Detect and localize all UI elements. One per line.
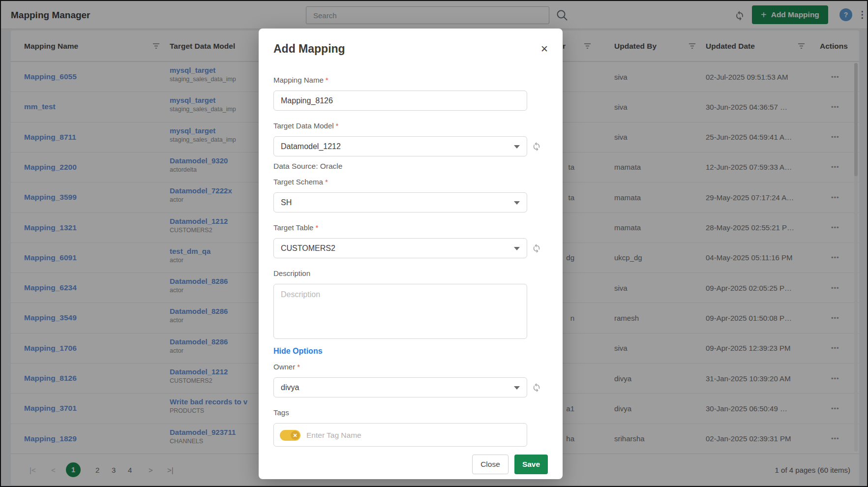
description-label: Description [273,269,310,277]
tags-placeholder: Enter Tag Name [306,424,361,447]
add-mapping-dialog: Add Mapping ✕ Mapping Name* Target Data … [259,29,563,479]
dialog-title: Add Mapping [273,42,345,56]
close-icon[interactable]: ✕ [538,42,551,55]
target-table-label: Target Table* [273,223,318,232]
target-table-select[interactable]: CUSTOMERS2 [273,238,527,258]
tag-toggle[interactable]: ✕ [280,430,300,441]
save-button[interactable]: Save [514,455,548,474]
owner-label: Owner* [273,363,300,371]
data-source-text: Data Source: Oracle [273,162,342,171]
target-data-model-select[interactable]: Datamodel_1212 [273,136,527,156]
mapping-name-label: Mapping Name* [273,76,329,84]
required-marker: * [326,76,329,84]
required-marker: * [297,363,300,371]
description-field[interactable] [273,284,527,339]
tags-label: Tags [273,408,289,417]
close-button[interactable]: Close [472,455,509,474]
dialog-footer: Close Save [472,455,548,474]
required-marker: * [325,178,328,186]
mapping-name-field[interactable] [273,91,527,111]
refresh-owner-icon[interactable] [531,382,542,393]
chevron-down-icon [514,386,520,390]
target-schema-select[interactable]: SH [273,192,527,213]
chevron-down-icon [514,247,520,250]
mapping-manager-screen: Mapping Manager + Add Mapping ? ⋮ Mappin… [0,0,868,487]
hide-options-link[interactable]: Hide Options [273,347,323,356]
chevron-down-icon [514,145,520,149]
refresh-datamodel-icon[interactable] [531,141,542,152]
tags-field[interactable]: ✕ Enter Tag Name [273,423,527,447]
chevron-down-icon [514,201,520,205]
target-schema-label: Target Schema* [273,178,328,186]
required-marker: * [336,122,339,130]
tag-remove-icon[interactable]: ✕ [291,431,299,440]
required-marker: * [315,223,318,232]
target-data-model-label: Target Data Model* [273,122,338,130]
owner-select[interactable]: divya [273,377,527,397]
refresh-table-icon[interactable] [531,243,542,253]
